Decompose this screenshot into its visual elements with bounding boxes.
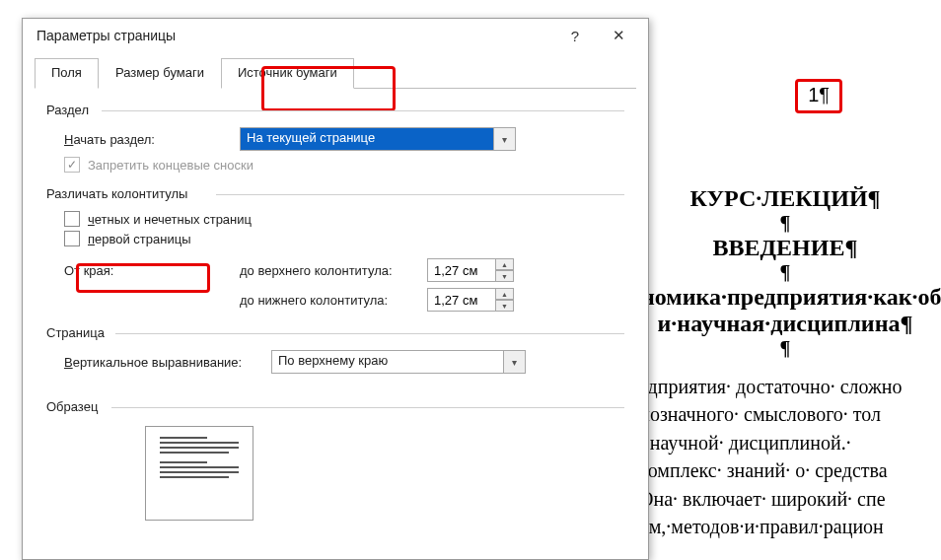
headers-footers-header: Различать колонтитулы (46, 186, 624, 201)
chevron-down-icon[interactable]: ▾ (503, 351, 525, 373)
odd-even-label: четных и нечетных страниц (88, 212, 252, 227)
header-distance-input[interactable] (427, 258, 496, 282)
odd-even-checkbox[interactable] (64, 211, 80, 227)
tab-paper-source[interactable]: Источник бумаги (221, 58, 354, 89)
doc-heading-a: ономика·предприятия·как·обр (629, 284, 941, 311)
from-edge-label: От края: (64, 263, 240, 278)
suppress-endnotes-checkbox (64, 157, 80, 173)
valign-label: Вертикальное выравнивание: (64, 355, 271, 370)
spin-down-icon[interactable]: ▼ (496, 270, 514, 282)
spin-up-icon[interactable]: ▲ (496, 288, 514, 300)
page-header: Страница (46, 325, 624, 340)
document-page: 1¶ КУРС·ЛЕКЦИЙ¶ ¶ ВВЕДЕНИЕ¶ ¶ ономика·пр… (629, 57, 941, 560)
header-distance-spinner[interactable]: ▲▼ (427, 258, 514, 282)
sample-preview (145, 426, 253, 521)
doc-pilcrow-3: ¶ (629, 337, 941, 360)
start-section-value: На текущей странице (241, 128, 493, 150)
start-section-select[interactable]: На текущей странице ▾ (240, 127, 516, 151)
close-button[interactable]: ✕ (597, 20, 640, 51)
first-page-checkbox[interactable] (64, 231, 80, 246)
titlebar[interactable]: Параметры страницы ? ✕ (23, 19, 648, 52)
page-setup-dialog: Параметры страницы ? ✕ Поля Размер бумаг… (22, 18, 649, 560)
to-header-label: до верхнего колонтитула: (240, 263, 427, 278)
tab-fields[interactable]: Поля (35, 58, 99, 89)
footer-distance-input[interactable] (427, 288, 496, 312)
doc-intro: ВВЕДЕНИЕ¶ (629, 235, 941, 261)
spin-down-icon[interactable]: ▼ (496, 300, 514, 312)
suppress-endnotes-label: Запретить концевые сноски (88, 158, 253, 173)
doc-body-line-2: днозначного· смыслового· тол (629, 400, 941, 428)
doc-title-1: КУРС·ЛЕКЦИЙ¶ (629, 185, 941, 212)
doc-pilcrow-1: ¶ (629, 212, 941, 235)
valign-value: По верхнему краю (272, 351, 503, 373)
page-number: 1¶ (808, 84, 830, 105)
doc-body-line-5: · Она· включает· широкий· спе (629, 485, 941, 513)
doc-body-line-1: редприятия· достаточно· сложно (629, 373, 941, 400)
sample-header: Образец (46, 399, 624, 414)
doc-body-line-6: орм,·методов·и·правил·рацион (629, 513, 941, 540)
section-header: Раздел (46, 103, 624, 117)
doc-body-line-4: · комплекс· знаний· о· средства (629, 456, 941, 484)
chevron-down-icon[interactable]: ▾ (493, 128, 515, 150)
tab-paper-size[interactable]: Размер бумаги (99, 58, 221, 89)
dialog-title: Параметры страницы (36, 28, 176, 43)
first-page-label: первой страницы (88, 232, 191, 246)
spin-up-icon[interactable]: ▲ (496, 258, 514, 270)
start-section-label: Начать раздел: (64, 132, 240, 147)
tabs: Поля Размер бумаги Источник бумаги (35, 58, 636, 89)
to-footer-label: до нижнего колонтитула: (240, 293, 427, 308)
doc-heading-b: и·научная·дисциплина¶ (629, 311, 941, 337)
doc-body-line-3: и· научной· дисциплиной.· (629, 429, 941, 456)
page-number-highlight: 1¶ (795, 79, 842, 113)
valign-select[interactable]: По верхнему краю ▾ (271, 350, 526, 374)
footer-distance-spinner[interactable]: ▲▼ (427, 288, 514, 312)
help-button[interactable]: ? (553, 20, 597, 51)
doc-pilcrow-2: ¶ (629, 261, 941, 284)
